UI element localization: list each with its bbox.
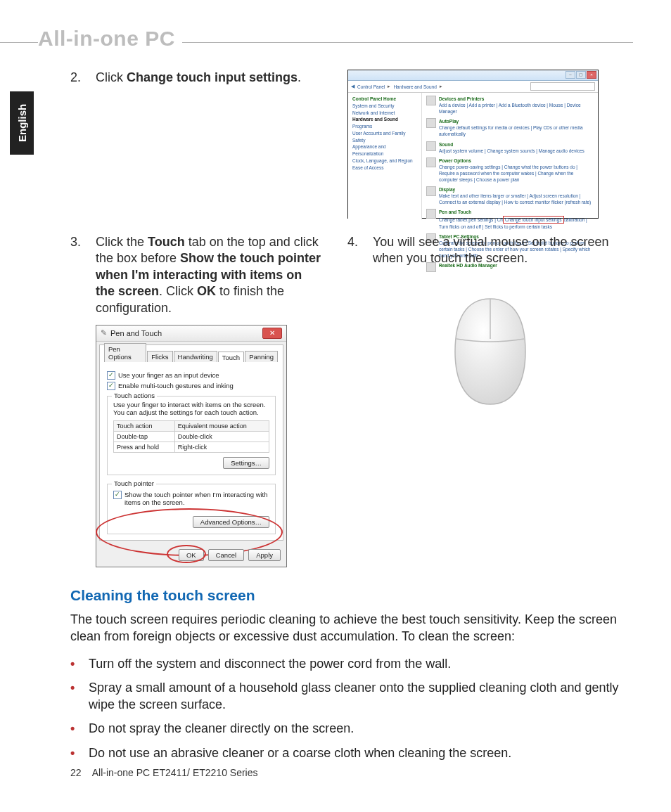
- cancel-button: Cancel: [208, 549, 245, 561]
- tab-flicks: Flicks: [147, 351, 172, 362]
- dialog-footer: OK Cancel Apply: [96, 543, 286, 567]
- tab-pen-options: Pen Options: [104, 343, 146, 362]
- page-number: 22: [70, 767, 82, 778]
- touch-actions-group: Touch actions Use your finger to interac…: [107, 396, 276, 475]
- section-intro: The touch screen requires periodic clean…: [70, 611, 633, 645]
- maximize-icon: ▢: [576, 71, 586, 79]
- apply-button: Apply: [248, 549, 281, 561]
- footer-title: All-in-one PC ET2411/ ET2210 Series: [92, 767, 258, 778]
- checkbox-multitouch: ✓Enable multi-touch gestures and inking: [107, 382, 276, 390]
- dialog-titlebar: ✎ Pen and Touch ✕: [96, 326, 286, 342]
- page-header: All-in-one PC: [38, 27, 182, 51]
- advanced-button: Advanced Options…: [193, 516, 269, 528]
- tab-handwriting: Handwriting: [174, 351, 217, 362]
- step-number: 4.: [347, 234, 373, 267]
- minimize-icon: –: [565, 71, 575, 79]
- page-footer: 22 All-in-one PC ET2411/ ET2210 Series: [70, 767, 258, 778]
- bullet-item: •Do not use an abrasive cleaner or a coa…: [70, 745, 633, 761]
- virtual-mouse-illustration: [448, 295, 532, 408]
- touch-pointer-group: Touch pointer ✓Show the touch pointer wh…: [107, 484, 276, 534]
- touch-actions-table: Touch actionEquivalent mouse action Doub…: [113, 420, 269, 453]
- step-2: 2. Click Change touch input settings.: [70, 70, 324, 86]
- language-tab: English: [10, 91, 34, 155]
- checkbox-show-pointer: ✓Show the touch pointer when I'm interac…: [113, 491, 269, 506]
- devices-icon: [426, 96, 436, 105]
- control-panel-screenshot: – ▢ × ◀ Control Panel ▸ Hardware and Sou…: [347, 70, 599, 219]
- bullet-item: •Turn off the system and disconnect the …: [70, 655, 633, 672]
- window-titlebar: – ▢ ×: [348, 70, 598, 81]
- dialog-tabs: Pen Options Flicks Handwriting Touch Pan…: [99, 344, 283, 362]
- control-panel-main: Devices and PrintersAdd a device | Add a…: [422, 93, 598, 219]
- highlighted-link: Change touch input settings: [503, 216, 564, 224]
- settings-button: Settings…: [223, 457, 269, 469]
- control-panel-sidebar: Control Panel Home System and Security N…: [348, 93, 422, 219]
- step-3: 3. Click the Touch tab on the top and cl…: [70, 234, 324, 316]
- sound-icon: [426, 141, 436, 151]
- tab-panning: Panning: [245, 351, 278, 362]
- close-icon: ✕: [262, 328, 282, 339]
- address-bar: ◀ Control Panel ▸ Hardware and Sound ▸: [348, 81, 598, 93]
- step-4: 4. You will see a virtual mouse on the s…: [347, 234, 633, 267]
- close-icon: ×: [587, 71, 596, 79]
- search-input: [530, 82, 595, 91]
- tab-touch: Touch: [218, 352, 244, 363]
- pen-touch-icon: [426, 209, 436, 219]
- checkbox-finger-input: ✓Use your finger as an input device: [107, 371, 276, 380]
- bullet-item: •Spray a small amount of a household gla…: [70, 679, 633, 714]
- display-icon: [426, 186, 436, 196]
- cleaning-section: Cleaning the touch screen The touch scre…: [70, 587, 633, 761]
- autoplay-icon: [426, 118, 436, 128]
- section-heading: Cleaning the touch screen: [70, 587, 633, 604]
- nav-back-icon: ◀: [351, 84, 354, 89]
- pen-icon: ✎: [101, 328, 107, 337]
- power-icon: [426, 157, 436, 167]
- step-number: 2.: [70, 70, 96, 86]
- pen-touch-dialog: ✎ Pen and Touch ✕ Pen Options Flicks Han…: [96, 325, 287, 567]
- bullet-item: •Do not spray the cleaner directly on th…: [70, 720, 633, 737]
- highlight-ellipse-ok: [167, 545, 206, 563]
- step-number: 3.: [70, 234, 96, 316]
